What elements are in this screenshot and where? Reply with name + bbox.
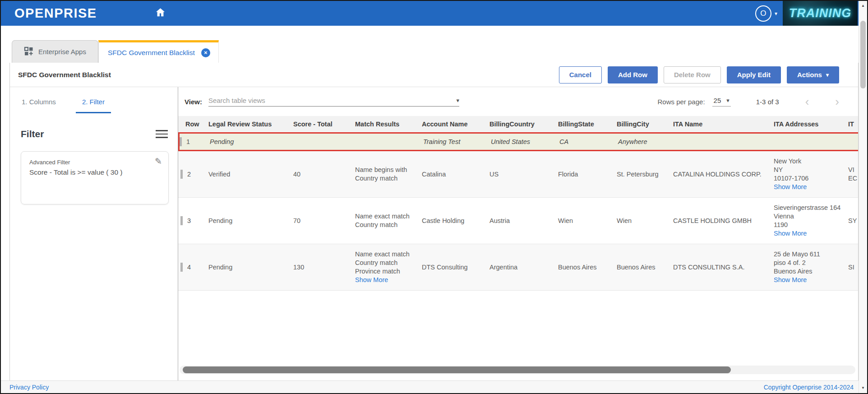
cell-legal-review-status: Verified	[208, 164, 293, 185]
hamburger-menu-icon[interactable]	[155, 129, 169, 139]
content-panel: SFDC Government Blacklist Cancel Add Row…	[9, 63, 859, 380]
cell-line: piso 4 of. 2	[774, 259, 843, 267]
cell-account-name: Castle Holding	[422, 211, 489, 231]
tab-label: SFDC Government Blacklist	[108, 49, 195, 57]
delete-row-button[interactable]: Delete Row	[664, 66, 721, 83]
search-table-views-input[interactable]	[208, 97, 456, 104]
table-views-select[interactable]: ▾	[208, 97, 459, 107]
apply-edit-button[interactable]: Apply Edit	[727, 66, 781, 83]
horizontal-scrollbar[interactable]	[180, 366, 855, 374]
cell-clipped-column: VIEC	[848, 160, 858, 189]
tab-enterprise-apps[interactable]: Enterprise Apps	[12, 40, 98, 63]
actions-button[interactable]: Actions ▾	[787, 66, 839, 83]
column-header[interactable]: Account Name	[422, 121, 489, 128]
row-drag-handle[interactable]	[180, 170, 183, 179]
column-header[interactable]: ITA Name	[673, 121, 774, 128]
add-row-button[interactable]: Add Row	[608, 66, 658, 83]
tab-columns[interactable]: 1. Columns	[21, 98, 62, 113]
cell-account-name: Training Test	[423, 134, 491, 150]
filter-header: Filter	[21, 129, 169, 139]
cancel-button[interactable]: Cancel	[559, 66, 602, 83]
data-table: RowLegal Review StatusScore - TotalMatch…	[178, 116, 858, 291]
column-header[interactable]: Legal Review Status	[208, 121, 293, 128]
vertical-scrollbar-thumb[interactable]	[860, 21, 866, 88]
row-drag-handle[interactable]	[180, 263, 183, 272]
column-header[interactable]: Match Results	[355, 121, 422, 128]
tab-filter[interactable]: 2. Filter	[76, 98, 111, 113]
tab-label: Enterprise Apps	[38, 48, 86, 56]
cell-billing-country: US	[489, 164, 558, 185]
table-row[interactable]: 1PendingTraining TestUnited StatesCAAnyw…	[178, 132, 858, 151]
row-drag-handle[interactable]	[180, 216, 183, 225]
column-header[interactable]: IT	[848, 121, 858, 128]
row-drag-handle[interactable]	[180, 137, 182, 146]
cell-match-results	[356, 138, 423, 145]
show-more-link[interactable]: Show More	[774, 183, 807, 191]
cell-line: NY	[774, 166, 843, 174]
cell-score-total: 70	[293, 211, 355, 231]
tab-sfdc-government-blacklist[interactable]: SFDC Government Blacklist ×	[98, 40, 219, 63]
apps-grid-icon	[24, 46, 33, 57]
rows-per-page-select[interactable]: 25 ▾	[712, 97, 731, 107]
prev-page-chevron-icon[interactable]: ‹	[805, 96, 809, 107]
view-bar: View: ▾ Rows per page: 25 ▾ 1-3 of 3 ‹ ›	[178, 87, 858, 116]
user-avatar[interactable]: O	[755, 5, 771, 22]
cell-billing-country: Austria	[489, 211, 558, 231]
advanced-filter-card[interactable]: Advanced Filter Score - Total is >= valu…	[21, 151, 169, 204]
cell-line: Name exact match	[355, 212, 416, 221]
cell-billing-country: Argentina	[489, 257, 558, 278]
column-header[interactable]: Score - Total	[293, 121, 355, 128]
home-button[interactable]	[155, 7, 166, 20]
cell-line: Country match	[355, 174, 416, 183]
vertical-scrollbar[interactable]: ▲ ▼	[859, 1, 867, 393]
cell-clipped-column: SY	[848, 211, 858, 231]
caret-down-icon[interactable]: ▾	[456, 97, 459, 104]
rows-per-page-value: 25	[714, 97, 721, 104]
filter-heading: Filter	[21, 129, 44, 139]
column-header[interactable]: BillingCity	[617, 121, 673, 128]
row-number: 4	[187, 263, 191, 272]
actions-label: Actions	[797, 71, 822, 79]
cell-score-total	[295, 138, 356, 145]
horizontal-scrollbar-thumb[interactable]	[183, 366, 731, 373]
show-more-link[interactable]: Show More	[774, 276, 807, 284]
column-header[interactable]: Row	[178, 121, 208, 128]
cell-billing-state: Buenos Aires	[558, 257, 617, 278]
row-number: 1	[186, 138, 190, 146]
table-row[interactable]: 4Pending130Name exact matchCountry match…	[178, 244, 858, 291]
cell-row-number: 1	[180, 134, 210, 150]
training-badge: TRAINING	[783, 1, 858, 26]
column-header[interactable]: BillingState	[558, 121, 617, 128]
table-row[interactable]: 3Pending70Name exact matchCountry matchC…	[178, 198, 858, 244]
column-header[interactable]: ITA Addresses	[774, 121, 848, 128]
cell-match-results: Name exact matchCountry match	[355, 206, 422, 235]
cell-billing-country: United States	[491, 134, 559, 150]
scroll-down-arrow-icon[interactable]: ▼	[859, 386, 867, 390]
cell-ita-addresses	[775, 138, 850, 145]
edit-pencil-icon[interactable]: ✎	[155, 156, 162, 167]
advanced-filter-label: Advanced Filter	[29, 159, 160, 166]
column-header[interactable]: BillingCountry	[489, 121, 558, 128]
cell-line: Buenos Aires	[774, 267, 843, 276]
close-tab-icon[interactable]: ×	[201, 48, 210, 57]
privacy-policy-link[interactable]: Privacy Policy	[9, 384, 49, 391]
next-page-chevron-icon[interactable]: ›	[835, 96, 839, 107]
top-header: OPENPRISE O ▾ TRAINING	[1, 1, 867, 26]
main-area: View: ▾ Rows per page: 25 ▾ 1-3 of 3 ‹ ›	[178, 87, 858, 380]
table-row[interactable]: 2Verified40Name begins withCountry match…	[178, 151, 858, 198]
cell-score-total: 40	[293, 164, 355, 185]
show-more-link[interactable]: Show More	[774, 229, 807, 238]
cell-billing-state: CA	[559, 134, 618, 150]
show-more-link[interactable]: Show More	[355, 276, 388, 284]
cell-ita-name: CASTLE HOLDING GMBH	[673, 211, 774, 231]
body: 1. Columns 2. Filter Filter Advanced Fil…	[10, 87, 858, 380]
copyright-link[interactable]: Copyright Openprise 2014-2024	[764, 384, 854, 391]
caret-down-icon: ▾	[826, 72, 829, 78]
row-number: 2	[187, 170, 191, 179]
cell-billing-city: St. Petersburg	[617, 164, 673, 185]
cell-line: Country match	[355, 221, 416, 229]
user-menu-caret-icon[interactable]: ▾	[775, 10, 777, 17]
scroll-up-arrow-icon[interactable]: ▲	[859, 4, 867, 8]
cell-billing-city: Anywhere	[618, 134, 674, 150]
table-body: 1PendingTraining TestUnited StatesCAAnyw…	[178, 132, 858, 291]
